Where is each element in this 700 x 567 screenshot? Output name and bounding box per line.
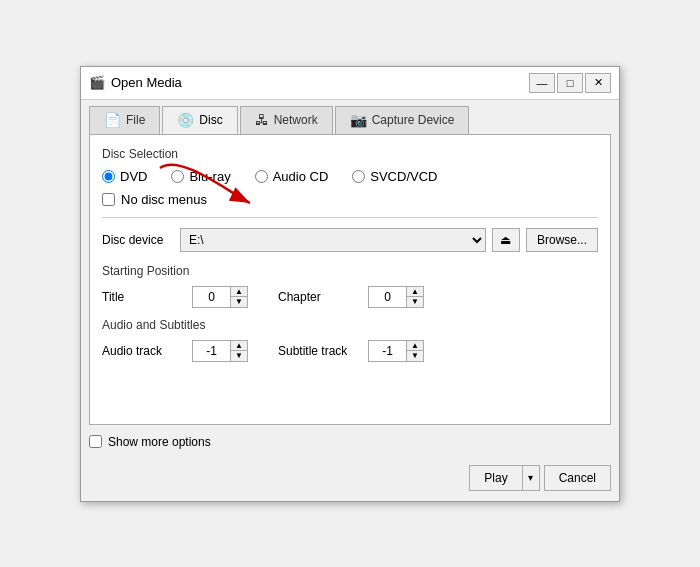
tab-network-label: Network — [274, 113, 318, 127]
show-more-options-label: Show more options — [108, 435, 211, 449]
chapter-label: Chapter — [278, 290, 358, 304]
radio-audiocd[interactable]: Audio CD — [255, 169, 329, 184]
eject-icon: ⏏ — [500, 233, 511, 247]
app-icon: 🎬 — [89, 75, 105, 91]
bottom-section: Show more options — [81, 425, 619, 459]
eject-button[interactable]: ⏏ — [492, 228, 520, 252]
starting-position-row: Title ▲ ▼ Chapter ▲ ▼ — [102, 286, 598, 308]
title-spinbox: ▲ ▼ — [192, 286, 248, 308]
tab-file-label: File — [126, 113, 145, 127]
subtitle-track-spinbox-arrows: ▲ ▼ — [406, 340, 424, 362]
chapter-spinbox-arrows: ▲ ▼ — [406, 286, 424, 308]
title-label: Title — [102, 290, 182, 304]
subtitle-track-spinbox: ▲ ▼ — [368, 340, 424, 362]
play-dropdown-button[interactable]: ▾ — [522, 465, 540, 491]
tab-disc[interactable]: 💿 Disc — [162, 106, 237, 134]
subtitle-track-label: Subtitle track — [278, 344, 358, 358]
title-spinbox-input[interactable] — [192, 286, 230, 308]
tab-network[interactable]: 🖧 Network — [240, 106, 333, 134]
no-disc-menus-label: No disc menus — [121, 192, 207, 207]
network-tab-icon: 🖧 — [255, 112, 269, 128]
maximize-button[interactable]: □ — [557, 73, 583, 93]
disc-device-select[interactable]: E:\ — [180, 228, 486, 252]
audio-spin-down[interactable]: ▼ — [231, 351, 247, 361]
starting-position-label: Starting Position — [102, 264, 598, 278]
audio-track-spinbox: ▲ ▼ — [192, 340, 248, 362]
subtitle-spin-down[interactable]: ▼ — [407, 351, 423, 361]
tab-file[interactable]: 📄 File — [89, 106, 160, 134]
no-disc-menus-checkbox[interactable] — [102, 193, 115, 206]
radio-bluray-label: Blu-ray — [189, 169, 230, 184]
audio-spin-up[interactable]: ▲ — [231, 341, 247, 351]
subtitle-track-spinbox-input[interactable] — [368, 340, 406, 362]
tab-capture-label: Capture Device — [372, 113, 455, 127]
radio-dvd[interactable]: DVD — [102, 169, 147, 184]
play-button-group: Play ▾ — [469, 465, 539, 491]
show-more-options-row[interactable]: Show more options — [89, 435, 211, 449]
audio-track-spinbox-input[interactable] — [192, 340, 230, 362]
audio-track-label: Audio track — [102, 344, 182, 358]
chapter-spin-down[interactable]: ▼ — [407, 297, 423, 307]
radio-svcd-input[interactable] — [352, 170, 365, 183]
chapter-spinbox-input[interactable] — [368, 286, 406, 308]
radio-svcd[interactable]: SVCD/VCD — [352, 169, 437, 184]
disc-selection-label: Disc Selection — [102, 147, 598, 161]
chapter-spin-up[interactable]: ▲ — [407, 287, 423, 297]
content-spacer — [102, 372, 598, 412]
close-button[interactable]: ✕ — [585, 73, 611, 93]
capture-tab-icon: 📷 — [350, 112, 367, 128]
chapter-spinbox: ▲ ▼ — [368, 286, 424, 308]
file-tab-icon: 📄 — [104, 112, 121, 128]
subtitle-spin-up[interactable]: ▲ — [407, 341, 423, 351]
play-button[interactable]: Play — [469, 465, 521, 491]
radio-dvd-label: DVD — [120, 169, 147, 184]
audio-track-spinbox-arrows: ▲ ▼ — [230, 340, 248, 362]
tab-capture[interactable]: 📷 Capture Device — [335, 106, 470, 134]
dialog-footer: Play ▾ Cancel — [81, 459, 619, 501]
tab-disc-label: Disc — [199, 113, 222, 127]
audio-subtitles-row: Audio track ▲ ▼ Subtitle track ▲ ▼ — [102, 340, 598, 362]
title-spin-down[interactable]: ▼ — [231, 297, 247, 307]
disc-type-radio-group: DVD Blu-ray Audio CD SVCD/VCD — [102, 169, 598, 184]
radio-bluray[interactable]: Blu-ray — [171, 169, 230, 184]
minimize-button[interactable]: — — [529, 73, 555, 93]
disc-tab-icon: 💿 — [177, 112, 194, 128]
tab-content: Disc Selection DVD Blu-ray Audio CD SVCD… — [89, 134, 611, 425]
radio-audiocd-input[interactable] — [255, 170, 268, 183]
title-spin-up[interactable]: ▲ — [231, 287, 247, 297]
radio-audiocd-label: Audio CD — [273, 169, 329, 184]
tab-bar: 📄 File 💿 Disc 🖧 Network 📷 Capture Device — [81, 100, 619, 134]
window-controls: — □ ✕ — [529, 73, 611, 93]
radio-dvd-input[interactable] — [102, 170, 115, 183]
show-more-options-checkbox[interactable] — [89, 435, 102, 448]
radio-svcd-label: SVCD/VCD — [370, 169, 437, 184]
browse-button[interactable]: Browse... — [526, 228, 598, 252]
window-title: Open Media — [111, 75, 523, 90]
disc-device-row: Disc device E:\ ⏏ Browse... — [102, 228, 598, 252]
no-disc-menus-row: No disc menus — [102, 192, 598, 207]
radio-bluray-input[interactable] — [171, 170, 184, 183]
audio-subtitles-label: Audio and Subtitles — [102, 318, 598, 332]
open-media-window: 🎬 Open Media — □ ✕ 📄 File 💿 Disc 🖧 Netwo… — [80, 66, 620, 502]
divider-1 — [102, 217, 598, 218]
title-bar: 🎬 Open Media — □ ✕ — [81, 67, 619, 100]
title-spinbox-arrows: ▲ ▼ — [230, 286, 248, 308]
cancel-button[interactable]: Cancel — [544, 465, 611, 491]
disc-device-label: Disc device — [102, 233, 174, 247]
